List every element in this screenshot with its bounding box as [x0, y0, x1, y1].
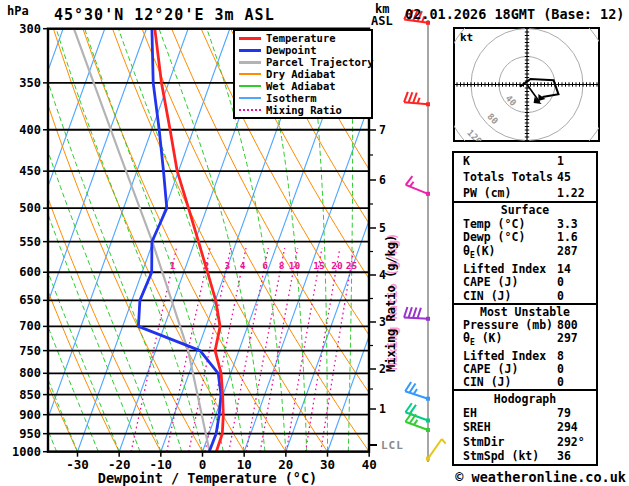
wind-barb [404, 307, 430, 321]
table-row-label: StmDir [454, 436, 557, 449]
km-tick-label: 6 [379, 173, 386, 187]
table-row-value: 294 [557, 421, 596, 434]
table-row-value: 0 [557, 276, 596, 289]
table-row-label: θE(K) [454, 245, 557, 262]
wind-barb [426, 439, 446, 461]
mixing-ratio-value: 4 [240, 260, 246, 271]
temperature-axis: -30-20-10010203040 [66, 452, 376, 472]
legend-entry-label: Dry Adiabat [266, 68, 336, 80]
dry-adiabat-line [0, 29, 119, 452]
wet-adiabat-line [0, 29, 119, 452]
mixing-ratio-labels: 12346810152025 [170, 260, 358, 271]
mixing-ratio-value: 25 [346, 260, 358, 271]
pressure-tick-label: 450 [19, 164, 41, 178]
legend-entry: Mixing Ratio [235, 105, 371, 116]
table-row-label: Pressure (mb) [454, 319, 557, 332]
legend-entry-label: Temperature [266, 32, 336, 44]
legend-entry-label: Parcel Trajectory [266, 56, 373, 68]
legend-entry-label: Wet Adiabat [266, 80, 336, 92]
wind-barb [405, 382, 430, 401]
mixing-ratio-value: 20 [331, 260, 343, 271]
table-row-label: PW (cm) [454, 187, 557, 200]
table-row: Temp (°C)3.3 [454, 218, 596, 231]
table-row-label: CAPE (J) [454, 363, 557, 376]
table-row-value: 292° [557, 436, 596, 449]
table-row-label: StmSpd (kt) [454, 450, 557, 463]
hodograph-unit-label: kt [460, 31, 473, 44]
table-row-value: 297 [557, 332, 596, 349]
legend-entry-label: Dewpoint [266, 44, 317, 56]
legend-line-sample-dotted [239, 109, 261, 111]
table-row-label: Lifted Index [454, 350, 557, 363]
pressure-tick-label: 750 [19, 344, 41, 358]
table-row-value: 1.6 [557, 231, 596, 244]
wind-barb [405, 403, 430, 422]
table-row-value: 45 [557, 171, 596, 184]
table-row-label: θE (K) [454, 332, 557, 349]
table-section-surface: SurfaceTemp (°C)3.3Dewp (°C)1.6θE(K)287L… [452, 201, 598, 305]
table-row: Pressure (mb)800 [454, 319, 596, 332]
pressure-tick-label: 300 [19, 22, 41, 36]
table-row-label: Dewp (°C) [454, 231, 557, 244]
pressure-tick-label: 600 [19, 265, 41, 279]
table-row: StmDir292° [454, 436, 596, 449]
table-row: Lifted Index14 [454, 263, 596, 276]
table-section-header: Hodograph [454, 392, 596, 406]
table-row: θE (K)297 [454, 332, 596, 349]
legend-entry-label: Isotherm [266, 92, 317, 104]
table-row-value: 0 [557, 363, 596, 376]
footer-credit: © weatheronline.co.uk [455, 469, 626, 485]
table-row-label: CIN (J) [454, 290, 557, 303]
table-row: Dewp (°C)1.6 [454, 231, 596, 244]
indices-table: K1Totals Totals45PW (cm)1.22SurfaceTemp … [452, 151, 598, 466]
legend-line-sample-solid [239, 97, 261, 99]
pressure-tick-label: 650 [19, 293, 41, 307]
table-row-label: CIN (J) [454, 376, 557, 389]
x-axis-title: Dewpoint / Temperature (°C) [0, 470, 415, 486]
lcl-label: LCL [381, 439, 404, 452]
wind-barb [406, 176, 430, 196]
asl-unit-label: ASL [371, 14, 393, 28]
sounding-curves [74, 29, 223, 452]
table-section-header: Surface [454, 203, 596, 217]
mixing-ratio-value: 3 [224, 260, 230, 271]
table-row-value: 0 [557, 376, 596, 389]
table-row-label: Lifted Index [454, 263, 557, 276]
table-row-label: K [454, 155, 557, 168]
station-title: 45°30'N 12°20'E 3m ASL [54, 6, 275, 24]
table-section: K1Totals Totals45PW (cm)1.22 [452, 151, 598, 203]
pressure-tick-label: 400 [19, 123, 41, 137]
table-row: CIN (J)0 [454, 376, 596, 389]
table-row: K1 [454, 155, 596, 168]
table-row-label: SREH [454, 421, 557, 434]
table-row-value: 8 [557, 350, 596, 363]
table-row-value: 36 [557, 450, 596, 463]
table-row: PW (cm)1.22 [454, 187, 596, 200]
legend-entry: Wet Adiabat [235, 81, 371, 92]
isotherm-line [0, 29, 21, 452]
table-row: StmSpd (kt)36 [454, 450, 596, 463]
legend: TemperatureDewpointParcel TrajectoryDry … [233, 29, 373, 119]
legend-line-sample-solid [239, 61, 261, 64]
table-row: CIN (J)0 [454, 290, 596, 303]
km-tick-label: 5 [379, 221, 386, 235]
table-row: Totals Totals45 [454, 171, 596, 184]
pressure-unit-label: hPa [7, 4, 29, 18]
legend-entry: Isotherm [235, 93, 371, 104]
pressure-tick-label: 500 [19, 201, 41, 215]
table-row: θE(K)287 [454, 245, 596, 262]
table-row-label: CAPE (J) [454, 276, 557, 289]
table-row-value: 1 [557, 155, 596, 168]
pressure-tick-label: 800 [19, 366, 41, 380]
hodograph: 4080120 [443, 1, 611, 169]
isotherm-line [36, 29, 188, 452]
table-section-most-unstable: Most UnstablePressure (mb)800θE (K)297Li… [452, 303, 598, 391]
dry-adiabat-line [24, 29, 203, 452]
pressure-tick-label: 850 [19, 388, 41, 402]
km-tick-label: 1 [379, 402, 386, 416]
pressure-tick-label: 950 [19, 427, 41, 441]
km-tick-label: 7 [379, 123, 386, 137]
mixing-ratio-value: 1 [170, 260, 176, 271]
table-row-value: 79 [557, 407, 596, 420]
mixing-ratio-axis-label: Mixing Ratio (g/kg) [384, 235, 398, 372]
